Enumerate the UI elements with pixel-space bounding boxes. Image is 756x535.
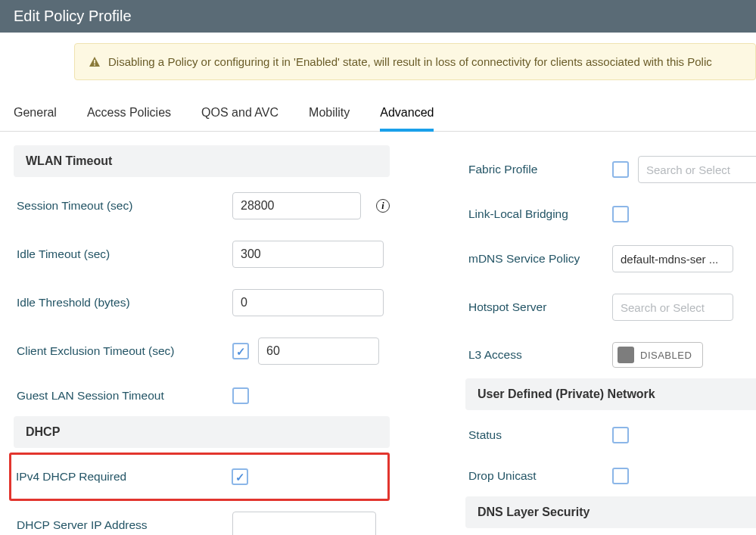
ipv4-dhcp-highlight: IPv4 DHCP Required: [9, 453, 390, 501]
guest-lan-label: Guest LAN Session Timeout: [17, 389, 232, 403]
l3-access-toggle[interactable]: DISABLED: [612, 342, 703, 368]
tab-access-policies[interactable]: Access Policies: [87, 106, 171, 131]
row-drop-unicast: Drop Unicast: [465, 456, 756, 496]
info-icon[interactable]: i: [376, 199, 390, 213]
section-dns: DNS Layer Security: [465, 496, 756, 528]
svg-rect-1: [94, 64, 95, 66]
dhcp-server-label: DHCP Server IP Address: [17, 518, 232, 532]
idle-timeout-label: Idle Timeout (sec): [17, 247, 232, 261]
link-local-checkbox[interactable]: [612, 206, 629, 222]
client-exclusion-input[interactable]: [258, 337, 379, 365]
row-link-local: Link-Local Bridging: [465, 194, 756, 235]
fabric-profile-select[interactable]: Search or Select: [638, 156, 756, 183]
row-l3-access: L3 Access DISABLED: [465, 331, 756, 378]
idle-threshold-label: Idle Threshold (bytes): [17, 296, 232, 309]
l3-access-label: L3 Access: [468, 348, 612, 362]
tab-mobility[interactable]: Mobility: [309, 106, 350, 131]
warning-icon: [89, 56, 101, 68]
row-idle-threshold: Idle Threshold (bytes): [14, 278, 390, 327]
fabric-profile-label: Fabric Profile: [468, 163, 612, 176]
guest-lan-checkbox[interactable]: [232, 387, 249, 404]
row-session-timeout: Session Timeout (sec) i: [14, 182, 390, 230]
section-dhcp: DHCP: [14, 416, 390, 448]
udn-status-checkbox[interactable]: [612, 427, 629, 443]
hotspot-label: Hotspot Server: [468, 300, 612, 314]
page-title: Edit Policy Profile: [0, 0, 756, 33]
tab-bar: General Access Policies QOS and AVC Mobi…: [0, 80, 756, 132]
client-exclusion-checkbox[interactable]: [232, 343, 249, 359]
row-dhcp-server: DHCP Server IP Address: [14, 501, 390, 535]
mdns-label: mDNS Service Policy: [468, 252, 612, 266]
session-timeout-input[interactable]: [232, 192, 361, 219]
drop-unicast-label: Drop Unicast: [468, 469, 612, 483]
row-idle-timeout: Idle Timeout (sec): [14, 230, 390, 278]
tab-qos-avc[interactable]: QOS and AVC: [201, 106, 278, 131]
dhcp-server-input[interactable]: [232, 512, 376, 535]
fabric-profile-checkbox[interactable]: [612, 161, 629, 178]
session-timeout-label: Session Timeout (sec): [17, 199, 232, 213]
svg-rect-0: [94, 60, 95, 64]
section-udn: User Defined (Private) Network: [465, 378, 756, 410]
row-fabric-profile: Fabric Profile Search or Select: [465, 145, 756, 194]
tab-advanced[interactable]: Advanced: [380, 106, 434, 132]
hotspot-select[interactable]: Search or Select: [612, 294, 733, 321]
drop-unicast-checkbox[interactable]: [612, 468, 629, 484]
row-mdns: mDNS Service Policy default-mdns-ser ...: [465, 235, 756, 283]
tab-general[interactable]: General: [14, 106, 57, 131]
warning-text: Disabling a Policy or configuring it in …: [108, 55, 712, 68]
idle-threshold-input[interactable]: [232, 289, 384, 316]
mdns-select[interactable]: default-mdns-ser ...: [612, 245, 733, 272]
ipv4-dhcp-checkbox[interactable]: [232, 468, 248, 485]
l3-access-state: DISABLED: [640, 350, 692, 361]
row-client-exclusion: Client Exclusion Timeout (sec): [14, 327, 390, 375]
toggle-knob: [618, 347, 634, 363]
row-ipv4-dhcp: IPv4 DHCP Required: [16, 456, 387, 497]
row-guest-lan: Guest LAN Session Timeout: [14, 375, 390, 416]
row-hotspot: Hotspot Server Search or Select: [465, 283, 756, 331]
ipv4-dhcp-label: IPv4 DHCP Required: [16, 470, 232, 484]
udn-status-label: Status: [468, 428, 612, 442]
warning-banner: Disabling a Policy or configuring it in …: [74, 43, 756, 80]
row-udn-status: Status: [465, 415, 756, 456]
section-wlan-timeout: WLAN Timeout: [14, 145, 390, 177]
client-exclusion-label: Client Exclusion Timeout (sec): [17, 344, 232, 358]
link-local-label: Link-Local Bridging: [468, 207, 612, 221]
idle-timeout-input[interactable]: [232, 241, 384, 268]
